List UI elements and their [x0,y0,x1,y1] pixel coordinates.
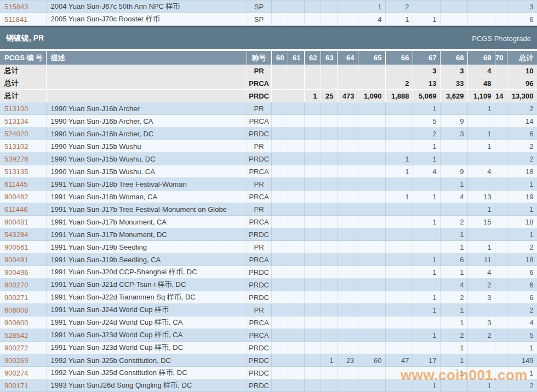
grade-count-cell [495,128,507,140]
description-cell: 1991 Yuan Sun-J24d World Cup 样币, CA [46,316,247,329]
grade-count-cell [271,1,288,13]
grade-count-cell [304,102,321,115]
pcgs-id-link[interactable]: 900482 [0,191,46,203]
grade-count-cell [271,291,288,304]
grade-count-cell [304,216,321,228]
pcgs-id-link[interactable]: 513100 [0,102,46,115]
pcgs-id-link[interactable]: 900491 [0,253,46,266]
description-cell: 1990 Yuan Sun-J15b Wushu, CA [46,165,247,178]
grade-count-cell [385,304,413,316]
table-row: 6114451991 Yuan Sun-J18b Tree Festival-W… [0,178,537,191]
grade-count-cell [358,266,385,279]
pcgs-id-link[interactable]: 515843 [0,1,46,13]
grade-count-cell [304,241,321,253]
grade-count-cell [467,342,495,354]
pcgs-id-link[interactable]: 900496 [0,266,46,279]
grade-count-cell [271,228,288,241]
total-cell: 18 [507,165,537,178]
total-cell: 2 [507,140,537,153]
description-cell: 1991 Yuan Sun-J21d CCP-Tsun-i 样币, DC [46,279,247,291]
pcgs-id-link[interactable]: 611446 [0,203,46,216]
grade-count-cell [337,153,358,165]
description-cell: 1990 Yuan Sun-J16b Archer, DC [46,128,247,140]
grade-count-cell: 4 [413,165,440,178]
pcgs-id-link[interactable]: 513134 [0,115,46,128]
grade-count-cell [321,65,337,77]
section-title: 钢镀镍, PR [6,33,44,43]
pcgs-id-link[interactable]: 511841 [0,13,46,26]
grade-count-cell [467,178,495,191]
designation-cell: PRDC [247,153,271,165]
pcgs-id-link[interactable]: 900600 [0,316,46,329]
pcgs-id-link[interactable]: 900171 [0,379,46,392]
grade-count-cell [321,304,337,316]
grade-count-cell [467,13,495,26]
grade-count-cell [271,329,288,342]
grade-count-cell [271,316,288,329]
pcgs-id-link[interactable]: 528542 [0,329,46,342]
grade-count-cell [467,1,495,13]
grade-count-cell [385,140,413,153]
description-cell: 1991 Yuan Sun-J18b Tree Festival-Woman [46,178,247,191]
summary-row: 总计PR33410 [0,65,537,77]
grade-count-cell [495,342,507,354]
grade-count-cell [495,203,507,216]
grade-count-cell [358,329,385,342]
grade-count-cell [337,379,358,392]
grade-count-cell [413,367,440,379]
total-cell: 1 [507,203,537,216]
pcgs-id-link[interactable]: 513102 [0,140,46,153]
pcgs-id-link[interactable]: 900270 [0,279,46,291]
grade-count-cell [385,291,413,304]
total-cell: 1 [507,342,537,354]
grade-count-cell [358,228,385,241]
grade-count-cell [385,115,413,128]
table-row: 9005611991 Yuan Sun-J19b SeedlingPR112 [0,241,537,253]
total-cell: 6 [507,291,537,304]
grade-count-cell: 5,069 [413,90,440,102]
grade-count-cell [385,367,413,379]
grade-count-cell [321,77,337,90]
pcgs-id-link[interactable]: 611445 [0,178,46,191]
total-cell: 2 [507,379,537,392]
grade-count-cell [321,128,337,140]
pcgs-id-link[interactable]: 900481 [0,216,46,228]
table-row: 9004821991 Yuan Sun-J18b Woman, CAPRCA11… [0,191,537,203]
pcgs-id-link[interactable]: 900561 [0,241,46,253]
grade-count-cell [495,279,507,291]
grade-count-cell: 1 [304,90,321,102]
grade-count-cell [321,203,337,216]
grade-count-cell [495,304,507,316]
grade-count-cell [358,153,385,165]
pcgs-id-link[interactable]: 543284 [0,228,46,241]
grade-count-cell [385,65,413,77]
pcgs-id-link[interactable]: 539276 [0,153,46,165]
pcgs-id-link[interactable]: 900272 [0,342,46,354]
total-cell: 19 [507,191,537,203]
pcgs-id-link[interactable]: 513135 [0,165,46,178]
grade-count-cell: 1 [440,228,467,241]
grade-count-cell [321,13,337,26]
designation-cell: SP [247,13,271,26]
grade-count-cell [321,266,337,279]
grade-count-cell [358,216,385,228]
grade-count-cell: 6 [440,253,467,266]
grade-count-cell [288,77,304,90]
grade-count-cell [495,266,507,279]
grade-count-cell [495,1,507,13]
grade-count-cell [413,228,440,241]
grade-count-cell: 1 [440,342,467,354]
grade-count-cell: 47 [385,354,413,367]
table-row: 5118412005 Yuan Sun-J70c Rooster 样币SP411… [0,13,537,26]
grade-count-cell [467,153,495,165]
pcgs-id-link[interactable]: 900274 [0,367,46,379]
pcgs-id-link[interactable]: 606008 [0,304,46,316]
grade-count-cell [337,77,358,90]
grade-count-cell: 25 [321,90,337,102]
grade-count-cell [288,228,304,241]
grade-count-cell: 1 [321,354,337,367]
pcgs-id-link[interactable]: 900269 [0,354,46,367]
pcgs-id-link[interactable]: 900271 [0,291,46,304]
pcgs-id-link[interactable]: 524020 [0,128,46,140]
grade-count-cell [358,178,385,191]
